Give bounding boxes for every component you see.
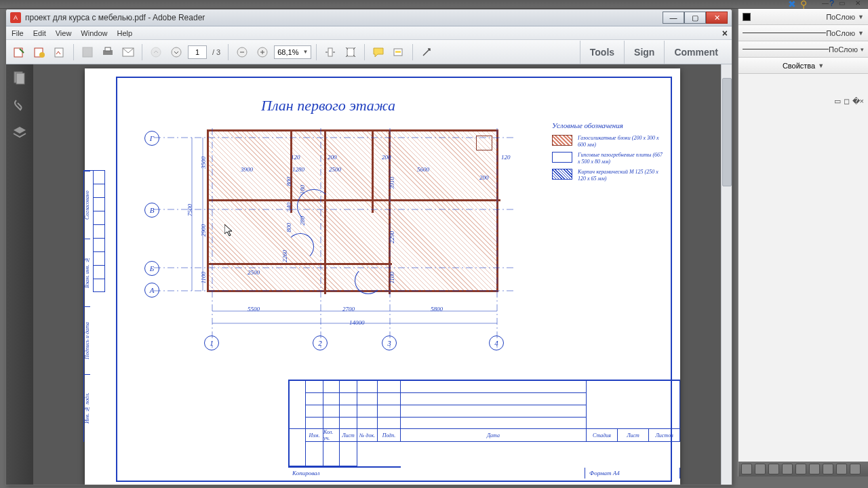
svg-rect-4 xyxy=(83,47,92,57)
print-icon[interactable] xyxy=(99,43,117,61)
axis-3: 3 xyxy=(382,336,397,350)
reader-close[interactable]: ✕ xyxy=(706,12,728,24)
zoom-level-select[interactable]: 68,1%▼ xyxy=(274,45,311,59)
mouse-cursor xyxy=(224,224,234,237)
sign-button[interactable]: Sign xyxy=(624,41,664,64)
export-pdf-icon[interactable] xyxy=(10,43,28,61)
navigation-rail xyxy=(6,64,33,485)
comment-icon[interactable] xyxy=(370,43,387,61)
svg-rect-20 xyxy=(16,73,24,84)
svg-rect-15 xyxy=(328,48,332,56)
host-minimize[interactable]: — xyxy=(818,0,833,7)
pdf-icon: A xyxy=(10,12,21,23)
vertical-scrollbar[interactable] xyxy=(721,64,732,485)
drawing-title: План первого этажа xyxy=(261,97,395,115)
zoom-in-icon[interactable] xyxy=(254,43,271,61)
document-viewport[interactable]: План первого этажа xyxy=(33,64,732,485)
status-icon[interactable] xyxy=(782,464,793,474)
status-icon[interactable] xyxy=(823,464,833,474)
legend-title: Условные обозначения xyxy=(552,121,664,129)
read-mode-icon[interactable] xyxy=(418,43,435,61)
fit-width-icon[interactable] xyxy=(321,43,339,61)
gost-titleblock: Изм.Кол. уч.Лист№ док.Подп.Дата СтадияЛи… xyxy=(288,380,680,485)
zoom-out-icon[interactable] xyxy=(233,43,251,61)
window-title: проект для курса с мебелью.pdf - Adobe R… xyxy=(25,13,663,22)
menu-help[interactable]: Help xyxy=(117,29,132,37)
host-titlebar: ✖ ⚲ ? — ▭ ✕ xyxy=(0,0,868,9)
fit-page-icon[interactable] xyxy=(342,43,359,61)
reader-minimize[interactable]: — xyxy=(663,12,684,24)
axis-1: 1 xyxy=(204,336,219,350)
reader-menubar: File Edit View Window Help × xyxy=(6,26,732,40)
key-icon[interactable]: ⚲ xyxy=(800,0,807,9)
comment-button[interactable]: Comment xyxy=(664,41,728,64)
menu-window[interactable]: Window xyxy=(81,29,107,37)
reader-body: План первого этажа xyxy=(6,64,732,485)
host-restore[interactable]: ▭ xyxy=(834,0,849,7)
adobe-reader-window: A проект для курса с мебелью.pdf - Adobe… xyxy=(5,9,732,485)
status-icon[interactable] xyxy=(755,464,766,474)
host-quick-icons: ✖ ⚲ xyxy=(788,0,807,9)
legend-swatch-1 xyxy=(552,135,572,146)
palette-close-icon[interactable]: �× xyxy=(852,97,864,106)
lineweight-bylayer-row[interactable]: ПоСлою▼ xyxy=(738,25,868,41)
scrollbar-thumb[interactable] xyxy=(722,78,732,186)
legend-swatch-3 xyxy=(552,169,572,180)
axis-g: Г xyxy=(144,131,159,146)
tools-button[interactable]: Tools xyxy=(580,41,624,64)
reader-maximize[interactable]: ▢ xyxy=(684,12,706,24)
sign-pdf-icon[interactable] xyxy=(51,43,68,61)
page-total: / 3 xyxy=(212,48,220,56)
status-icon[interactable] xyxy=(850,464,861,474)
palette-controls: ▭ ◻ �× xyxy=(834,97,864,106)
svg-point-9 xyxy=(172,47,181,57)
host-app-chrome: ✖ ⚲ ? — ▭ ✕ A проект для курса с мебелью… xyxy=(0,0,868,488)
thumbnails-icon[interactable] xyxy=(12,71,27,86)
svg-point-8 xyxy=(151,47,161,57)
cad-statusbar xyxy=(738,462,868,476)
palette-min-icon[interactable]: ▭ xyxy=(834,97,841,106)
axis-v: В xyxy=(144,203,159,218)
email-icon[interactable] xyxy=(119,43,137,61)
svg-point-2 xyxy=(39,52,45,58)
status-icon[interactable] xyxy=(795,464,806,474)
legend: Условные обозначения Газосиликатные блок… xyxy=(552,121,664,186)
cad-properties-panel: ПоСлою▼ ПоСлою▼ ПоСлою▾ Свойства ▼ ▭ ◻ �… xyxy=(738,9,868,476)
svg-rect-16 xyxy=(347,48,354,56)
reader-toolbar: / 3 68,1%▼ Tools Sign Comment xyxy=(6,40,732,64)
host-close[interactable]: ✕ xyxy=(850,0,865,7)
status-icon[interactable] xyxy=(809,464,820,474)
axis-b: Б xyxy=(144,261,159,276)
page-up-icon[interactable] xyxy=(147,43,165,61)
layers-icon[interactable] xyxy=(12,125,27,140)
axis-a: А xyxy=(144,283,159,298)
page-down-icon[interactable] xyxy=(167,43,185,61)
highlight-icon[interactable] xyxy=(390,43,408,61)
menu-file[interactable]: File xyxy=(12,29,24,37)
status-icon[interactable] xyxy=(836,464,847,474)
svg-rect-6 xyxy=(105,47,111,51)
color-bylayer-row[interactable]: ПоСлою▼ xyxy=(738,9,868,25)
reader-titlebar[interactable]: A проект для курса с мебелью.pdf - Adobe… xyxy=(6,9,732,26)
linetype-bylayer-row[interactable]: ПоСлою▾ xyxy=(738,41,868,58)
reader-window-controls: — ▢ ✕ xyxy=(663,12,728,24)
create-pdf-icon[interactable] xyxy=(31,43,48,61)
status-icon[interactable] xyxy=(768,464,779,474)
palette-restore-icon[interactable]: ◻ xyxy=(844,97,850,106)
legend-swatch-2 xyxy=(552,152,572,163)
properties-row[interactable]: Свойства ▼ xyxy=(738,58,868,74)
save-icon[interactable] xyxy=(79,43,96,61)
color-swatch-icon xyxy=(743,13,751,21)
attachments-icon[interactable] xyxy=(12,98,27,113)
exchange-icon[interactable]: ✖ xyxy=(788,0,796,9)
doc-close-icon[interactable]: × xyxy=(722,28,728,39)
menu-edit[interactable]: Edit xyxy=(33,29,46,37)
pdf-page: План первого этажа xyxy=(85,68,680,485)
status-icon[interactable] xyxy=(741,464,752,474)
gost-side-cells xyxy=(93,170,105,292)
current-page-input[interactable] xyxy=(188,45,207,59)
menu-view[interactable]: View xyxy=(56,29,72,37)
floor-plan xyxy=(207,129,498,292)
svg-rect-18 xyxy=(395,51,401,53)
right-action-panel: Tools Sign Comment xyxy=(580,41,728,64)
